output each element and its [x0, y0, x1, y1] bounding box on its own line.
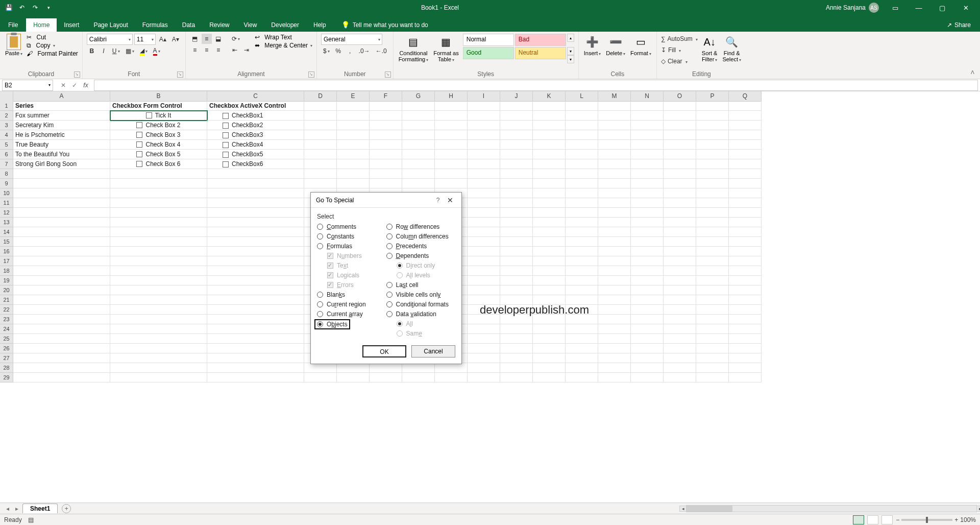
font-name-combo[interactable]: Calibri [87, 34, 133, 45]
activex-checkbox[interactable]: CheckBox4 [223, 140, 302, 150]
cell[interactable] [598, 179, 631, 188]
cell[interactable] [566, 247, 598, 256]
cell[interactable] [598, 208, 631, 218]
cell[interactable] [631, 159, 664, 169]
row-header[interactable]: 24 [0, 324, 13, 334]
cell[interactable] [207, 169, 304, 179]
cell[interactable]: CheckBox5 [207, 150, 304, 159]
option-constants[interactable]: Constants [317, 233, 386, 240]
sheet-nav-next-icon[interactable]: ▸ [12, 505, 21, 512]
cell[interactable] [207, 305, 304, 315]
cell[interactable] [370, 111, 402, 121]
cell[interactable] [566, 344, 598, 353]
cell[interactable] [631, 130, 664, 140]
cell[interactable] [598, 227, 631, 237]
cell[interactable] [729, 285, 762, 295]
cell[interactable] [598, 334, 631, 344]
cell[interactable] [631, 179, 664, 188]
enter-formula-icon[interactable]: ✓ [69, 82, 80, 89]
decrease-font-icon[interactable]: A▾ [170, 34, 181, 44]
cell[interactable] [696, 247, 729, 256]
cell[interactable] [435, 179, 468, 188]
option-errors[interactable]: Errors [317, 281, 386, 289]
dialog-help-icon[interactable]: ? [432, 197, 444, 204]
cell[interactable] [500, 363, 533, 373]
cell[interactable] [566, 353, 598, 363]
cell[interactable] [696, 159, 729, 169]
increase-decimal-icon[interactable]: .0→ [357, 46, 372, 56]
option-condfmt[interactable]: Conditional formats [386, 301, 456, 308]
cell[interactable] [696, 373, 729, 383]
cell[interactable] [304, 101, 337, 111]
cell[interactable] [207, 188, 304, 198]
cell[interactable] [500, 334, 533, 344]
cell[interactable] [337, 101, 370, 111]
sort-filter-button[interactable]: A↓Sort & Filter [701, 34, 719, 64]
cell[interactable]: Check Box 3 [110, 130, 207, 140]
zoom-level[interactable]: 100% [960, 516, 976, 523]
align-bottom-icon[interactable]: ⬓ [213, 34, 224, 44]
column-header[interactable]: D [304, 91, 337, 102]
cell[interactable] [13, 373, 110, 383]
cell[interactable] [729, 237, 762, 247]
cell[interactable] [696, 188, 729, 198]
cell[interactable] [696, 285, 729, 295]
cell[interactable] [533, 276, 566, 285]
cell[interactable] [500, 208, 533, 218]
activex-checkbox[interactable]: CheckBox3 [223, 130, 302, 140]
cell-style-good[interactable]: Good [463, 47, 514, 59]
option-visible[interactable]: Visible cells only [386, 291, 456, 298]
dialog-close-icon[interactable]: ✕ [444, 196, 456, 204]
cell[interactable] [207, 227, 304, 237]
cell[interactable] [110, 169, 207, 179]
cell[interactable] [729, 121, 762, 130]
cell[interactable] [664, 121, 696, 130]
cell[interactable]: Checkbox Form Control [110, 101, 207, 111]
cell[interactable] [207, 353, 304, 363]
cell[interactable] [696, 344, 729, 353]
cell[interactable] [110, 198, 207, 208]
row-header[interactable]: 16 [0, 247, 13, 256]
cell[interactable] [468, 218, 500, 227]
wrap-text-button[interactable]: ↩ Wrap Text [255, 34, 312, 41]
cell[interactable] [468, 324, 500, 334]
cell[interactable] [566, 121, 598, 130]
form-checkbox[interactable]: Check Box 5 [136, 150, 180, 159]
cell[interactable] [110, 218, 207, 227]
cell[interactable] [598, 237, 631, 247]
cell[interactable] [631, 169, 664, 179]
cell[interactable] [500, 353, 533, 363]
cell[interactable] [207, 344, 304, 353]
percent-format-icon[interactable]: % [333, 46, 344, 56]
cell[interactable] [500, 111, 533, 121]
option-datavalid[interactable]: Data validation [386, 311, 456, 318]
cell[interactable] [533, 159, 566, 169]
cell[interactable] [13, 315, 110, 324]
fill-color-button[interactable]: ◢ [138, 46, 150, 56]
cell[interactable] [696, 305, 729, 315]
cell[interactable] [664, 198, 696, 208]
normal-view-icon[interactable] [853, 515, 864, 524]
cell[interactable] [664, 334, 696, 344]
cell[interactable] [13, 353, 110, 363]
cell[interactable] [500, 227, 533, 237]
cell[interactable] [304, 169, 337, 179]
cell[interactable] [533, 266, 566, 276]
user-account[interactable]: Annie Sanjana AS [826, 3, 879, 13]
cell[interactable] [729, 227, 762, 237]
cell[interactable] [566, 101, 598, 111]
cell[interactable] [207, 315, 304, 324]
cell[interactable] [664, 295, 696, 305]
cell[interactable] [435, 130, 468, 140]
accounting-format-icon[interactable]: $ [321, 46, 332, 56]
cell[interactable]: Checkbox ActiveX Control [207, 101, 304, 111]
cell[interactable] [533, 101, 566, 111]
cell[interactable] [664, 111, 696, 121]
cell-style-bad[interactable]: Bad [515, 34, 566, 46]
cell[interactable] [435, 169, 468, 179]
cell[interactable] [631, 101, 664, 111]
cell[interactable] [631, 198, 664, 208]
cell[interactable] [500, 247, 533, 256]
cell[interactable] [370, 101, 402, 111]
cell[interactable] [500, 130, 533, 140]
